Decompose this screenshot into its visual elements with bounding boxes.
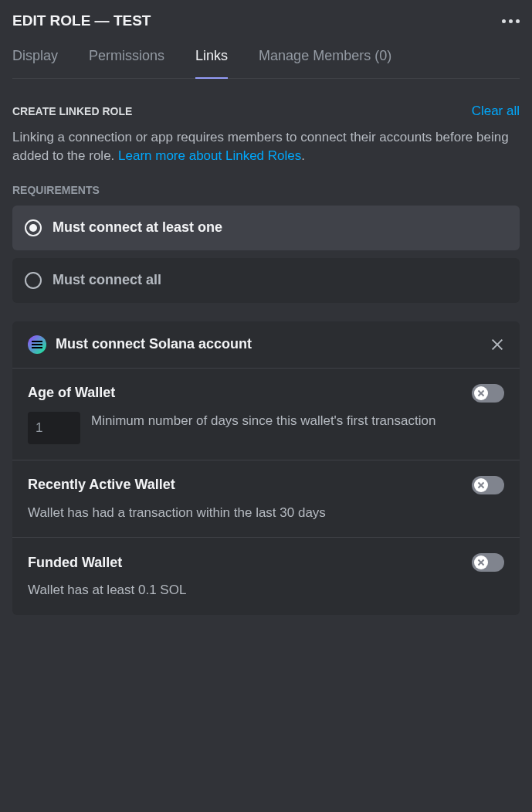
radio-connect-one[interactable]: Must connect at least one (12, 206, 520, 250)
tab-manage-members[interactable]: Manage Members (0) (259, 48, 391, 78)
section-title: CREATE LINKED ROLE (12, 105, 132, 117)
page-title: EDIT ROLE — TEST (12, 12, 151, 29)
requirement-desc: Wallet has had a transaction within the … (28, 504, 504, 522)
close-icon[interactable] (490, 338, 504, 352)
toggle-funded[interactable] (472, 553, 504, 572)
radio-connect-all[interactable]: Must connect all (12, 258, 520, 303)
requirements-title: REQUIREMENTS (12, 184, 520, 196)
requirement-desc: Minimum number of days since this wallet… (91, 412, 504, 430)
requirement-active: Recently Active Wallet Wallet has had a … (12, 460, 520, 539)
more-icon[interactable] (502, 19, 520, 23)
requirement-funded: Funded Wallet Wallet has at least 0.1 SO… (12, 538, 520, 615)
requirement-title: Age of Wallet (28, 385, 115, 401)
requirement-title: Funded Wallet (28, 555, 122, 571)
requirement-age: Age of Wallet Minimum number of days sin… (12, 369, 520, 460)
radio-label: Must connect at least one (53, 219, 222, 236)
radio-label: Must connect all (53, 272, 161, 288)
toggle-active[interactable] (472, 476, 504, 494)
connection-card: Must connect Solana account Age of Walle… (12, 321, 520, 616)
section-description: Linking a connection or app requires mem… (12, 128, 520, 165)
connection-title: Must connect Solana account (56, 336, 252, 352)
tab-permissions[interactable]: Permissions (89, 48, 164, 78)
radio-icon (25, 272, 42, 289)
requirement-desc: Wallet has at least 0.1 SOL (28, 581, 504, 600)
solana-icon (28, 335, 46, 354)
learn-more-link[interactable]: Learn more about Linked Roles (118, 148, 301, 163)
tabs: Display Permissions Links Manage Members… (12, 48, 520, 79)
radio-icon (25, 219, 42, 236)
toggle-age[interactable] (472, 384, 504, 403)
clear-all-link[interactable]: Clear all (472, 104, 520, 119)
tab-display[interactable]: Display (12, 48, 58, 78)
tab-links[interactable]: Links (195, 48, 228, 78)
requirement-title: Recently Active Wallet (28, 477, 175, 493)
age-input[interactable] (28, 412, 80, 444)
